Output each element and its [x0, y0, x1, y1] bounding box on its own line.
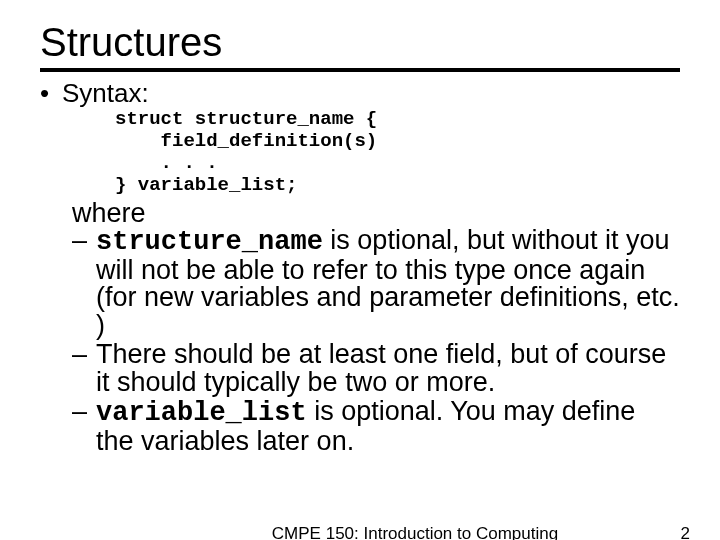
dash-icon: – — [72, 341, 96, 396]
sub-item-2: – There should be at least one field, bu… — [72, 341, 680, 396]
sub-item-3: – variable_list is optional. You may def… — [72, 398, 680, 455]
slide-title: Structures — [40, 20, 680, 64]
mono-structure-name: structure_name — [96, 227, 323, 257]
footer-page-number: 2 — [681, 524, 690, 540]
dash-icon: – — [72, 398, 96, 455]
slide: Structures • Syntax: struct structure_na… — [0, 0, 720, 540]
title-underline — [40, 68, 680, 72]
bullet-syntax: • Syntax: — [40, 80, 680, 107]
dash-icon: – — [72, 227, 96, 339]
bullet-dot-icon: • — [40, 80, 62, 107]
code-block: struct structure_name { field_definition… — [115, 109, 680, 196]
sub-item-1-text: structure_name is optional, but without … — [96, 227, 680, 339]
slide-body: • Syntax: struct structure_name { field_… — [40, 80, 680, 455]
footer-course: CMPE 150: Introduction to Computing — [272, 524, 558, 540]
sub-item-2-text: There should be at least one field, but … — [96, 341, 680, 396]
mono-variable-list: variable_list — [96, 398, 307, 428]
bullet-text: Syntax: — [62, 80, 149, 107]
where-label: where — [72, 199, 680, 227]
sub-item-3-text: variable_list is optional. You may defin… — [96, 398, 680, 455]
sub-item-1: – structure_name is optional, but withou… — [72, 227, 680, 339]
